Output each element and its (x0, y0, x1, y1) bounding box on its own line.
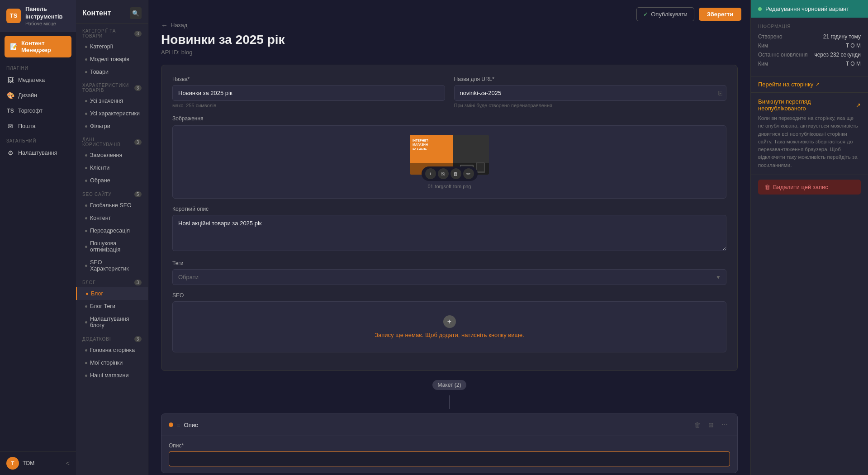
rp-created-by-key: Ким (758, 43, 768, 49)
svg-rect-3 (477, 163, 484, 171)
image-controls: + ⎘ 🗑 ✏ (422, 166, 478, 181)
tags-label: Теги (172, 260, 726, 266)
menu-item-all-values[interactable]: Усі значення (76, 95, 148, 107)
rp-status-dot (758, 7, 762, 11)
maket-header: Макет (2) (161, 380, 738, 390)
url-input[interactable] (454, 85, 727, 101)
image-add-btn[interactable]: + (425, 168, 436, 179)
maket-card-header: ≡ Опис 🗑 ⊞ ⋯ (161, 414, 737, 436)
name-label: Назва* (172, 76, 445, 82)
rp-preview-warning: Вимкнути перегляд неопублікованого ↗ Кол… (751, 93, 868, 175)
seo-section: SEO САЙТУ 5 (76, 187, 148, 199)
menu-item-products[interactable]: Товари (76, 66, 148, 78)
image-section: Зображення ІНТЕРНЕТ-МАГАЗИНЗА 1 ДЕНЬ (172, 115, 726, 199)
sidebar-header: TS Панель інструментів Робоче місце (0, 0, 76, 32)
app-title: Панель інструментів (25, 5, 70, 21)
rp-updated-key: Останнє оновлення (758, 52, 808, 58)
back-arrow-icon: ← (161, 21, 168, 29)
description-input[interactable]: Нові акційні товари за 2025 рік (172, 215, 726, 251)
tags-select[interactable]: Обрати (172, 269, 726, 285)
back-label: Назад (171, 22, 187, 28)
maket-card-left: ≡ Опис (169, 422, 198, 428)
check-icon: ✓ (643, 11, 648, 18)
rp-created-value: 21 годину тому (823, 33, 861, 40)
image-delete-btn[interactable]: 🗑 (451, 168, 461, 179)
rp-info-section: ІНФОРМАЦІЯ Створено 21 годину тому Ким Т… (751, 18, 868, 76)
content-search-btn[interactable]: 🔍 (130, 7, 142, 19)
rp-preview-title[interactable]: Вимкнути перегляд неопублікованого ↗ (758, 98, 861, 112)
rp-preview-desc: Коли ви переходите на сторінку, яка ще н… (758, 114, 861, 169)
maket-grid-btn[interactable]: ⊞ (706, 419, 716, 430)
sidebar-item-torgsoft[interactable]: TS Торгсофт (0, 103, 76, 119)
name-input[interactable] (172, 85, 445, 101)
rp-created-by-row: Ким Т О М (758, 43, 861, 49)
main-scroll-area: ← Назад Новинки за 2025 рік API ID: blog… (148, 21, 750, 475)
menu-item-search-optim[interactable]: Пошукова оптимізація (76, 237, 148, 256)
rp-updated-by-row: Ким Т О М (758, 61, 861, 67)
mail-icon: ✉ (6, 122, 14, 130)
menu-item-my-pages[interactable]: Мої сторінки (76, 356, 148, 369)
additional-badge: 3 (134, 336, 142, 342)
sidebar-toggle-btn[interactable]: < (66, 460, 70, 467)
image-filename: 01-torgsoft-tom.png (428, 184, 471, 189)
image-copy-btn[interactable]: ⎘ (438, 168, 449, 179)
plugins-section-header: ПЛАГІНИ (0, 61, 76, 72)
maket-badge: Макет (2) (432, 380, 467, 390)
menu-item-redirect[interactable]: Переадресація (76, 224, 148, 237)
menu-item-seo-content[interactable]: Контент (76, 212, 148, 224)
top-bar: ✓ Опублікувати Зберегти (148, 0, 750, 21)
maket-field-input[interactable] (169, 451, 730, 466)
seo-add-btn[interactable]: + (443, 315, 456, 328)
sidebar-item-mail[interactable]: ✉ Пошта (0, 119, 76, 134)
menu-item-seo-characteristics[interactable]: SEO Характеристик (76, 256, 148, 275)
rp-created-by-value: Т О М (846, 43, 861, 49)
rp-info-title: ІНФОРМАЦІЯ (758, 24, 861, 29)
menu-item-orders[interactable]: Замовлення (76, 149, 148, 162)
menu-item-home-page[interactable]: Головна сторінка (76, 344, 148, 356)
tags-section: Теги Обрати ▼ (172, 260, 726, 285)
characteristics-section: ХАРАКТЕРИСТИКИ ТОВАРІВ 3 (76, 78, 148, 95)
menu-item-blog-settings[interactable]: Налаштування блогу (76, 313, 148, 332)
additional-section: ДОДАТКОВІ 3 (76, 332, 148, 344)
maket-more-btn[interactable]: ⋯ (719, 419, 730, 430)
blog-section: БЛОГ 3 (76, 275, 148, 287)
menu-item-categories[interactable]: Категорії (76, 40, 148, 53)
content-manager-button[interactable]: 📝 Контент Менеджер (5, 36, 71, 57)
sidebar-item-media[interactable]: 🖼 Медіатека (0, 72, 76, 88)
trash-icon: 🗑 (764, 184, 770, 190)
maket-delete-btn[interactable]: 🗑 (692, 419, 703, 430)
save-button[interactable]: Зберегти (699, 8, 741, 21)
tags-wrapper: Обрати ▼ (172, 269, 726, 285)
menu-item-favorites[interactable]: Обране (76, 174, 148, 187)
menu-item-blog[interactable]: Блог (76, 287, 148, 300)
rp-status-header: Редагування чорновий варіант (751, 0, 868, 18)
right-panel: Редагування чорновий варіант ІНФОРМАЦІЯ … (750, 0, 868, 475)
rp-updated-value: через 232 секунди (814, 52, 861, 58)
content-panel: Контент 🔍 КАТЕГОРІЇ ТА ТОВАРИ 3 Категорі… (76, 0, 148, 475)
image-container: ІНТЕРНЕТ-МАГАЗИНЗА 1 ДЕНЬ + (172, 125, 726, 199)
menu-item-filters[interactable]: Фільтри (76, 120, 148, 133)
maket-field-label: Опис* (169, 442, 730, 449)
menu-item-clients[interactable]: Клієнти (76, 162, 148, 174)
user-name: ТОМ (23, 460, 62, 466)
categories-section: КАТЕГОРІЇ ТА ТОВАРИ 3 (76, 24, 148, 40)
name-url-row: Назва* макс. 255 символів Назва для URL*… (172, 76, 726, 108)
menu-item-all-characteristics[interactable]: Усі характеристики (76, 107, 148, 120)
user-data-section: ДАНІ КОРИСТУВАЧІВ 3 (76, 133, 148, 149)
sidebar-item-design[interactable]: 🎨 Дизайн (0, 88, 76, 103)
app-subtitle: Робоче місце (25, 21, 70, 26)
rp-page-link[interactable]: Перейти на сторінку ↗ (751, 76, 868, 93)
image-preview-wrapper: ІНТЕРНЕТ-МАГАЗИНЗА 1 ДЕНЬ + (410, 135, 489, 175)
menu-item-our-stores[interactable]: Наші магазини (76, 369, 148, 382)
menu-item-product-models[interactable]: Моделі товарів (76, 53, 148, 66)
sidebar-item-settings[interactable]: ⚙ Налаштування (0, 145, 76, 161)
media-icon: 🖼 (6, 76, 14, 84)
rp-status-label: Редагування чорновий варіант (765, 5, 849, 12)
publish-button[interactable]: ✓ Опублікувати (636, 7, 694, 21)
menu-item-blog-tags[interactable]: Блог Теги (76, 300, 148, 313)
back-navigation[interactable]: ← Назад (161, 21, 738, 29)
delete-record-button[interactable]: 🗑 Видалити цей запис (758, 180, 861, 195)
image-edit-btn[interactable]: ✏ (463, 168, 474, 179)
menu-item-global-seo[interactable]: Глобальне SEO (76, 199, 148, 212)
avatar: Т (6, 457, 19, 470)
